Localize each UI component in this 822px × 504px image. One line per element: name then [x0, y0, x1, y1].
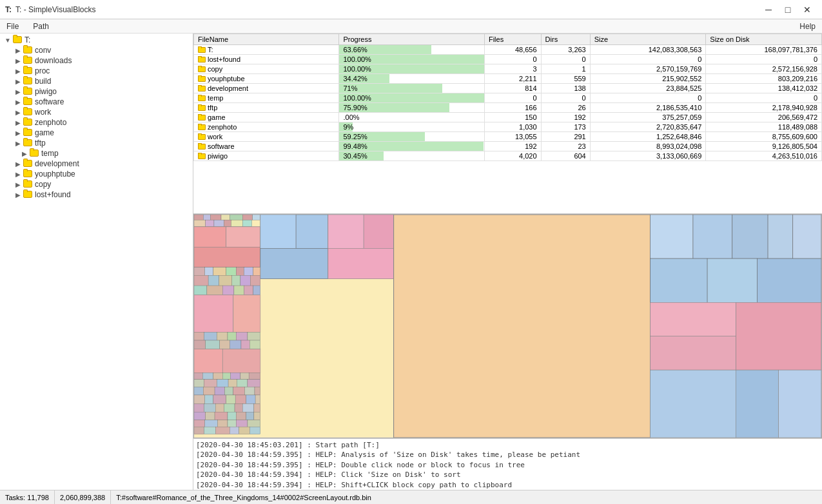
close-button[interactable]: ✕: [798, 1, 817, 19]
svg-rect-75: [194, 387, 203, 395]
table-row[interactable]: development71%81413823,884,525138,412,03…: [194, 84, 822, 93]
svg-rect-70: [204, 380, 217, 387]
table-area[interactable]: FileNameProgressFilesDirsSizeSize on Dis…: [193, 34, 822, 214]
progress-cell: 100.00%: [339, 55, 484, 64]
tree-label: zenphoto: [35, 118, 66, 127]
app-icon: T:: [5, 5, 12, 14]
svg-rect-87: [246, 395, 255, 404]
table-row[interactable]: work59.25%13,0552911,252,648,8468,755,60…: [194, 132, 822, 142]
tree-item[interactable]: ▶work: [0, 107, 193, 117]
size-cell: 23,884,525: [590, 84, 706, 93]
table-header-cell[interactable]: Files: [484, 34, 541, 45]
svg-rect-106: [228, 420, 236, 427]
svg-rect-55: [206, 340, 220, 349]
tree-item[interactable]: ▶software: [0, 97, 193, 107]
dirs-cell: 23: [541, 142, 590, 151]
tree-children: ▶conv▶downloads▶proc▶build▶piwigo▶softwa…: [0, 45, 193, 200]
tree-toggle[interactable]: ▶: [13, 171, 23, 178]
dirs-cell: 3,263: [541, 45, 590, 55]
tree-item[interactable]: ▶piwigo: [0, 86, 193, 97]
tree-panel[interactable]: ▼ T: ▶conv▶downloads▶proc▶build▶piwigo▶s…: [0, 34, 193, 490]
table-row[interactable]: copy100.00%312,570,159,7692,572,156,928: [194, 64, 822, 74]
table-header-cell[interactable]: Dirs: [541, 34, 590, 45]
maximize-button[interactable]: □: [778, 1, 798, 19]
files-cell: 0: [484, 55, 541, 64]
treemap-area[interactable]: [193, 214, 822, 438]
tree-toggle[interactable]: ▶: [13, 88, 23, 95]
svg-rect-44: [244, 286, 253, 295]
tree-item[interactable]: ▶zenphoto: [0, 117, 193, 128]
tree-label: proc: [35, 66, 50, 75]
tree-item[interactable]: ▶game: [0, 128, 193, 138]
table-row[interactable]: lost+found100.00%0000: [194, 55, 822, 64]
svg-rect-56: [220, 340, 230, 349]
progress-cell: 59.25%: [339, 132, 484, 142]
table-row[interactable]: youphptube34.42%2,211559215,902,552803,2…: [194, 74, 822, 84]
tree-item[interactable]: ▶proc: [0, 66, 193, 76]
tree-toggle[interactable]: ▶: [13, 191, 23, 199]
tree-item[interactable]: ▶build: [0, 76, 193, 86]
table-header-cell[interactable]: FileName: [194, 34, 339, 45]
svg-rect-19: [260, 215, 296, 248]
tree-toggle[interactable]: ▶: [13, 140, 23, 147]
svg-rect-108: [248, 420, 260, 427]
table-row[interactable]: T:63.66%48,6563,263142,083,308,563168,09…: [194, 45, 822, 55]
svg-rect-79: [233, 387, 245, 395]
size-on-disk-cell: 803,209,216: [706, 74, 822, 84]
table-row[interactable]: zenphoto9%1,0301732,720,835,647118,489,0…: [194, 122, 822, 132]
tree-item[interactable]: ▶youphptube: [0, 169, 193, 179]
tree-item[interactable]: ▶copy: [0, 179, 193, 189]
tree-toggle[interactable]: ▶: [13, 68, 23, 75]
folder-icon: [23, 190, 34, 199]
svg-rect-109: [194, 427, 204, 434]
table-row[interactable]: tftp75.90%166262,186,535,4102,178,940,92…: [194, 103, 822, 113]
size-cell: 8,993,024,098: [590, 142, 706, 151]
tree-item[interactable]: ▶temp: [0, 148, 193, 159]
tree-label: work: [35, 108, 51, 117]
table-row[interactable]: game.00%150192375,257,059206,569,472: [194, 113, 822, 122]
svg-rect-102: [254, 412, 260, 420]
tree-item[interactable]: ▶development: [0, 159, 193, 169]
tree-toggle[interactable]: ▶: [13, 78, 23, 85]
tree-toggle[interactable]: ▶: [13, 130, 23, 137]
tree-item[interactable]: ▶conv: [0, 45, 193, 55]
table-header-cell[interactable]: Size on Disk: [706, 34, 822, 45]
filename-cell: work: [194, 132, 339, 142]
size-cell: 2,720,835,647: [590, 122, 706, 132]
tree-toggle[interactable]: ▶: [19, 150, 30, 157]
svg-rect-51: [228, 332, 236, 340]
minimize-button[interactable]: ─: [759, 1, 778, 19]
table-row[interactable]: temp100.00%0000: [194, 93, 822, 103]
folder-icon: [23, 97, 34, 106]
tree-toggle[interactable]: ▶: [13, 181, 23, 188]
svg-rect-24: [364, 215, 393, 248]
title-bar-left: T: T: - SimpleVisualBlocks: [5, 5, 96, 14]
table-header-cell[interactable]: Size: [590, 34, 706, 45]
menu-path[interactable]: Path: [29, 21, 53, 32]
table-row[interactable]: software99.48%192238,993,024,0989,126,80…: [194, 142, 822, 151]
tree-label: build: [35, 77, 51, 86]
filename-cell: software: [194, 142, 339, 151]
tree-toggle[interactable]: ▶: [13, 99, 23, 106]
tree-toggle[interactable]: ▶: [13, 47, 23, 54]
svg-rect-32: [253, 267, 260, 276]
tree-toggle[interactable]: ▶: [13, 119, 23, 126]
tree-root[interactable]: ▼ T:: [0, 35, 193, 45]
tree-item[interactable]: ▶downloads: [0, 55, 193, 66]
tree-toggle[interactable]: ▶: [13, 160, 23, 168]
svg-rect-4: [221, 215, 230, 220]
svg-rect-26: [194, 267, 205, 276]
tree-toggle[interactable]: ▶: [13, 109, 23, 116]
table-row[interactable]: piwigo30.45%4,0206043,133,060,6694,263,5…: [194, 151, 822, 161]
size-cell: 2,570,159,769: [590, 64, 706, 74]
table-header-cell[interactable]: Progress: [339, 34, 484, 45]
tree-toggle[interactable]: ▶: [13, 57, 23, 64]
tree-item[interactable]: ▶lost+found: [0, 189, 193, 200]
menu-file[interactable]: File: [3, 21, 23, 32]
menu-help[interactable]: Help: [796, 21, 819, 32]
tree-item[interactable]: ▶tftp: [0, 138, 193, 148]
filename-cell: development: [194, 84, 339, 93]
folder-icon-small: [198, 66, 206, 72]
tree-toggle-root[interactable]: ▼: [3, 37, 13, 44]
size-cell: 2,186,535,410: [590, 103, 706, 113]
